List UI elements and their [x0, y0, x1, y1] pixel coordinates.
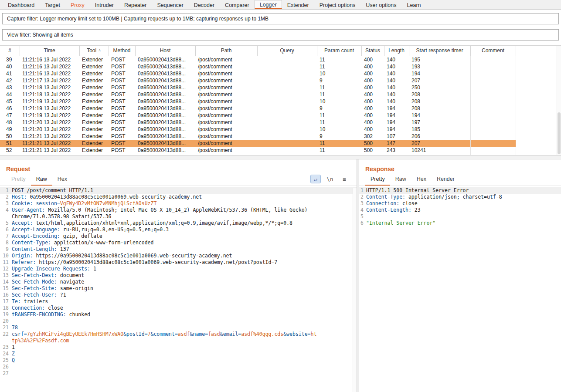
code-line: 6Accept-Language: ru-RU,ru;q=0.8,en-US;q…	[0, 226, 357, 233]
column-header-start-response-timer[interactable]: Start response timer	[409, 46, 470, 56]
cell: 52	[0, 147, 20, 154]
column-header-[interactable]: #	[0, 46, 20, 56]
table-row[interactable]: 4011:21:16 13 Jul 2022ExtenderPOST0a9500…	[0, 63, 516, 70]
cell	[470, 112, 516, 119]
table-row[interactable]: 4611:21:19 13 Jul 2022ExtenderPOST0a9500…	[0, 105, 516, 112]
table-row[interactable]: 5211:21:21 13 Jul 2022ExtenderPOST0a9500…	[0, 147, 516, 154]
cell: 48	[0, 119, 20, 126]
request-editor[interactable]: 1POST /post/comment HTTP/1.12Host: 0a950…	[0, 186, 357, 377]
column-header-length[interactable]: Length	[384, 46, 409, 56]
tab-project-options[interactable]: Project options	[314, 0, 361, 9]
column-header-host[interactable]: Host	[135, 46, 195, 56]
table-row[interactable]: 4311:21:18 13 Jul 2022ExtenderPOST0a9500…	[0, 84, 516, 91]
cell: 10	[317, 126, 361, 133]
cell: 11	[317, 84, 361, 91]
column-header-query[interactable]: Query	[257, 46, 317, 56]
table-row[interactable]: 4111:21:16 13 Jul 2022ExtenderPOST0a9500…	[0, 70, 516, 77]
view-filter-text: View filter: Showing all items	[7, 32, 73, 38]
cell: /post/comment	[195, 56, 257, 63]
cell: /post/comment	[195, 112, 257, 119]
tab-repeater[interactable]: Repeater	[119, 0, 152, 9]
line-number: 21	[0, 324, 12, 331]
cell: 0a9500020413d88...	[135, 119, 195, 126]
response-editor[interactable]: 1HTTP/1.1 500 Internal Server Error2Cont…	[359, 186, 561, 226]
line-number: 12	[0, 266, 12, 272]
cell: Extender	[79, 147, 109, 154]
request-tab-raw[interactable]: Raw	[31, 174, 52, 186]
tab-extender[interactable]: Extender	[282, 0, 314, 9]
response-tab-raw[interactable]: Raw	[390, 174, 411, 186]
cell: 46	[0, 105, 20, 112]
table-row[interactable]: 4811:21:20 13 Jul 2022ExtenderPOST0a9500…	[0, 119, 516, 126]
cell: 11:21:16 13 Jul 2022	[20, 70, 79, 77]
line-number: 11	[0, 259, 12, 266]
cell: Extender	[79, 126, 109, 133]
cell	[470, 133, 516, 140]
code-line: 19tRANSFER-ENCODING: chunked	[0, 311, 357, 318]
table-row[interactable]: 4911:21:20 13 Jul 2022ExtenderPOST0a9500…	[0, 126, 516, 133]
line-number: 3	[0, 200, 12, 207]
cell: POST	[109, 98, 135, 105]
table-row[interactable]: 5011:21:21 13 Jul 2022ExtenderPOST0a9500…	[0, 133, 516, 140]
cell: 11:21:16 13 Jul 2022	[20, 56, 79, 63]
nonprintable-chars-icon[interactable]: \n	[325, 175, 335, 183]
response-tab-hex[interactable]: Hex	[411, 174, 432, 186]
column-header-status[interactable]: Status	[361, 46, 384, 56]
request-editor-scrollbar[interactable]	[353, 188, 357, 392]
tab-dashboard[interactable]: Dashboard	[3, 0, 40, 9]
tab-user-options[interactable]: User options	[360, 0, 401, 9]
line-number: 5	[359, 213, 366, 220]
column-header-time[interactable]: Time	[20, 46, 79, 56]
table-row[interactable]: 4411:21:18 13 Jul 2022ExtenderPOST0a9500…	[0, 91, 516, 98]
code-line: 12Upgrade-Insecure-Requests: 1	[0, 266, 357, 272]
capture-filter-bar[interactable]: Capture filter: Logger memory limit set …	[2, 13, 559, 24]
column-header-method[interactable]: Method	[109, 46, 135, 56]
response-tab-pretty[interactable]: Pretty	[365, 174, 390, 186]
cell: 9	[317, 105, 361, 112]
table-row[interactable]: 5111:21:21 13 Jul 2022ExtenderPOST0a9500…	[0, 140, 516, 147]
request-tabs-holder: PrettyRawHex	[6, 174, 72, 186]
editor-menu-icon[interactable]: ≡	[339, 175, 350, 183]
column-header-tool[interactable]: Tool∧	[79, 46, 109, 56]
code-line: 11Referer: https://0a9500020413d88ac08c5…	[0, 259, 357, 266]
cell	[257, 133, 317, 140]
table-row[interactable]: 4711:21:19 13 Jul 2022ExtenderPOST0a9500…	[0, 112, 516, 119]
code-text: Content-Type: application/json; charset=…	[366, 194, 502, 200]
table-vertical-scrollbar[interactable]	[557, 46, 561, 155]
request-tab-pretty[interactable]: Pretty	[6, 174, 31, 186]
cell: 0a9500020413d88...	[135, 98, 195, 105]
scrollbar-thumb[interactable]	[558, 112, 561, 154]
cell: 0a9500020413d88...	[135, 84, 195, 91]
line-number: 23	[0, 344, 12, 351]
tab-comparer[interactable]: Comparer	[220, 0, 255, 9]
request-tab-hex[interactable]: Hex	[52, 174, 72, 186]
cell: 400	[361, 119, 384, 126]
cell	[470, 63, 516, 70]
cell: 47	[0, 112, 20, 119]
table-row[interactable]: 3911:21:16 13 Jul 2022ExtenderPOST0a9500…	[0, 56, 516, 63]
table-row[interactable]: 5311:21:22 13 Jul 2022ExtenderPOST0a9500…	[0, 154, 516, 155]
cell	[470, 140, 516, 147]
code-line: 14Sec-Fetch-Mode: navigate	[0, 279, 357, 285]
column-header-param-count[interactable]: Param count	[317, 46, 361, 56]
tab-decoder[interactable]: Decoder	[189, 0, 220, 9]
word-wrap-toggle-icon[interactable]: ↵	[310, 175, 321, 183]
tab-proxy[interactable]: Proxy	[65, 0, 90, 9]
tab-learn[interactable]: Learn	[402, 0, 426, 9]
cell: Extender	[79, 119, 109, 126]
view-filter-bar[interactable]: View filter: Showing all items	[2, 29, 559, 41]
table-horizontal-scrollbar[interactable]	[0, 155, 561, 159]
cell: /post/comment	[195, 154, 257, 155]
column-header-comment[interactable]: Comment	[470, 46, 516, 56]
code-line: 7Accept-Encoding: gzip, deflate	[0, 233, 357, 240]
tab-intruder[interactable]: Intruder	[90, 0, 119, 9]
response-tab-render[interactable]: Render	[432, 174, 460, 186]
table-row[interactable]: 4211:21:17 13 Jul 2022ExtenderPOST0a9500…	[0, 77, 516, 84]
tab-logger[interactable]: Logger	[255, 0, 282, 9]
table-row[interactable]: 4511:21:19 13 Jul 2022ExtenderPOST0a9500…	[0, 98, 516, 105]
column-header-path[interactable]: Path	[195, 46, 257, 56]
tab-target[interactable]: Target	[40, 0, 65, 9]
cell	[257, 63, 317, 70]
cell: 0a9500020413d88...	[135, 105, 195, 112]
tab-sequencer[interactable]: Sequencer	[152, 0, 188, 9]
